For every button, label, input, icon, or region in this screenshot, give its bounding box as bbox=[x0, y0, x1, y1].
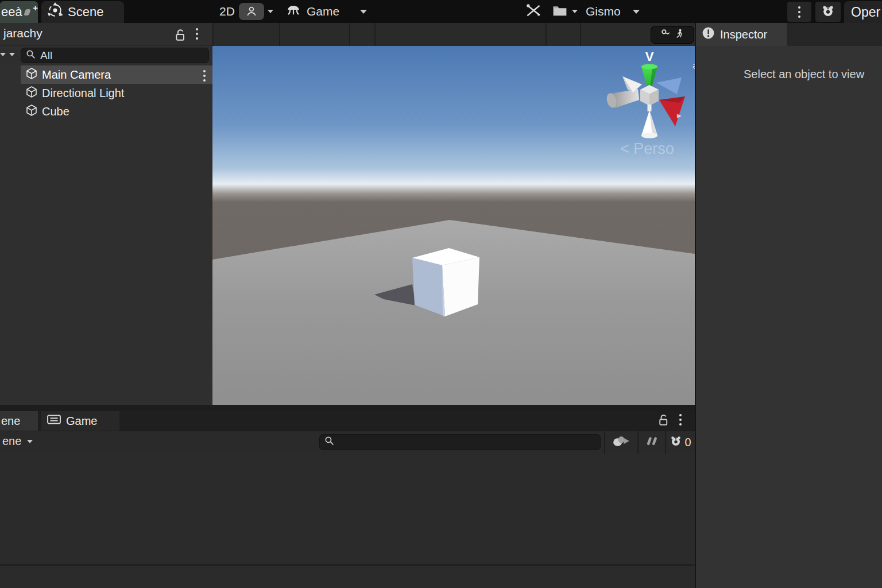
cursor-blob-icon bbox=[24, 9, 30, 16]
kebab-menu-icon bbox=[798, 6, 800, 18]
hierarchy-title: jarachy bbox=[3, 26, 42, 40]
crossed-tools-icon bbox=[525, 3, 541, 20]
panel-gap bbox=[0, 405, 695, 411]
person-icon bbox=[239, 3, 264, 20]
game-controller-icon bbox=[286, 4, 301, 19]
game-tab-dropdown[interactable] bbox=[355, 0, 372, 23]
chevron-down-icon bbox=[633, 10, 640, 14]
hierarchy-item-cube[interactable]: Cube bbox=[21, 102, 212, 121]
tab-scene-bottom[interactable]: ene bbox=[0, 411, 38, 431]
camera-view-button[interactable] bbox=[239, 0, 264, 23]
kebab-menu-icon bbox=[196, 28, 198, 40]
search-icon bbox=[26, 49, 36, 62]
hierarchy-search-value: All bbox=[40, 49, 52, 62]
hierarchy-search-input[interactable]: All bbox=[21, 48, 209, 63]
tab-operator-window[interactable]: Oper bbox=[844, 1, 882, 23]
chevron-down-icon bbox=[9, 53, 15, 56]
debug-button[interactable] bbox=[815, 2, 841, 22]
stats-button[interactable] bbox=[639, 431, 664, 454]
hierarchy-filter-dropdown[interactable] bbox=[0, 53, 15, 56]
tab-game-bottom[interactable]: Game bbox=[41, 411, 119, 431]
scene-render: V ǝ ▸ < Perso bbox=[212, 46, 695, 405]
camera-mode-label: < Perso bbox=[620, 140, 674, 157]
console-count: 0 bbox=[684, 436, 691, 449]
mute-audio-button[interactable] bbox=[606, 431, 636, 454]
inspector-panel bbox=[696, 46, 882, 588]
tools-button[interactable] bbox=[525, 0, 541, 23]
footer-strip bbox=[0, 566, 695, 588]
tab-scene[interactable]: Scene bbox=[41, 1, 124, 23]
bottom-search-input[interactable] bbox=[319, 434, 601, 450]
hierarchy-menu-button[interactable] bbox=[196, 28, 198, 40]
running-person-icon bbox=[675, 29, 684, 41]
camera-view-dropdown[interactable] bbox=[268, 0, 273, 23]
bottom-menu-button[interactable] bbox=[679, 414, 682, 425]
kebab-menu-icon bbox=[679, 414, 682, 425]
bottom-scene-tab-label: ene bbox=[1, 415, 20, 428]
folder-icon bbox=[552, 5, 567, 19]
double-slash-icon bbox=[643, 435, 659, 449]
folder-dropdown[interactable] bbox=[552, 0, 578, 23]
scene-viewport[interactable]: V ǝ ▸ < Perso bbox=[212, 46, 695, 405]
bug-icon bbox=[821, 5, 835, 20]
info-icon bbox=[702, 26, 715, 42]
inspector-empty-message: Select an object to view bbox=[744, 68, 864, 81]
hierarchy-item-main-camera[interactable]: Main Camera bbox=[21, 65, 212, 84]
gizmos-dropdown-label[interactable]: Gismo bbox=[586, 0, 621, 23]
game-view-tab[interactable]: Game bbox=[286, 0, 339, 23]
cube-object[interactable] bbox=[412, 248, 479, 316]
chevron-down-icon bbox=[268, 10, 273, 13]
chevron-down-icon bbox=[27, 440, 33, 443]
window-menu-button[interactable] bbox=[787, 2, 811, 22]
gizmo-axis-label: V bbox=[645, 49, 654, 64]
tab-inspector[interactable]: Inspector bbox=[696, 23, 787, 46]
pick-icon bbox=[661, 29, 671, 41]
inspector-tab-label: Inspector bbox=[720, 28, 767, 41]
bottom-lock-icon[interactable] bbox=[657, 413, 670, 429]
toggle-2d-button[interactable]: 2D bbox=[219, 0, 235, 23]
scene-tab-label: Scene bbox=[68, 5, 103, 20]
chevron-down-icon bbox=[0, 53, 6, 56]
gizmos-count-button[interactable]: 0 bbox=[666, 431, 695, 454]
display-dropdown-label: ene bbox=[2, 435, 21, 448]
operator-tab-label: Oper bbox=[851, 5, 880, 20]
scene-search-box[interactable] bbox=[651, 26, 694, 44]
item-label: Directional Light bbox=[42, 87, 124, 100]
layers-play-icon bbox=[612, 434, 630, 450]
search-icon bbox=[324, 436, 334, 448]
project-tab-label: eeà bbox=[1, 5, 22, 20]
display-dropdown[interactable]: ene bbox=[2, 435, 33, 448]
hierarchy-lock-icon[interactable] bbox=[174, 28, 187, 44]
game-tab-label: Game bbox=[307, 5, 339, 18]
gameobject-cube-icon bbox=[25, 86, 38, 101]
gizmos-dropdown[interactable] bbox=[633, 0, 640, 23]
gameobject-cube-icon bbox=[25, 104, 38, 119]
scene-icon bbox=[47, 2, 63, 22]
plus-icon: + bbox=[33, 1, 38, 13]
tab-project[interactable]: eeà + bbox=[0, 1, 38, 23]
chevron-down-icon bbox=[572, 10, 578, 13]
scene-view-toolbar bbox=[212, 23, 695, 46]
item-label: Main Camera bbox=[42, 68, 111, 82]
top-tab-bar bbox=[0, 0, 882, 23]
gameobject-cube-icon bbox=[25, 67, 38, 83]
display-icon bbox=[47, 414, 61, 428]
bug-icon bbox=[670, 435, 682, 450]
bottom-game-tab-label: Game bbox=[66, 415, 97, 428]
hierarchy-item-directional-light[interactable]: Directional Light bbox=[21, 84, 212, 102]
chevron-down-icon bbox=[360, 10, 367, 14]
item-label: Cube bbox=[42, 105, 69, 118]
item-menu-button[interactable] bbox=[203, 70, 206, 82]
gizmo-side-glyph: ▸ bbox=[677, 110, 682, 120]
bottom-content-area bbox=[0, 454, 695, 564]
